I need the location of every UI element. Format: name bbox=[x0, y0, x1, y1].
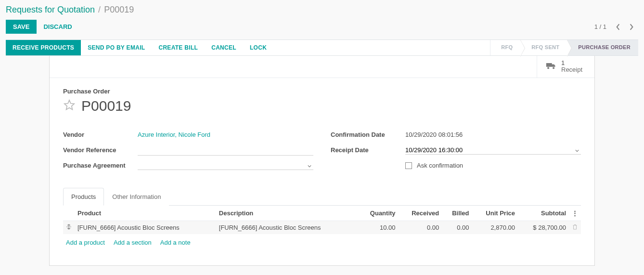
breadcrumb-current: P00019 bbox=[104, 5, 134, 15]
cell-billed[interactable]: 0.00 bbox=[442, 221, 472, 234]
add-links-row: Add a product Add a section Add a note bbox=[63, 234, 581, 251]
col-billed[interactable]: Billed bbox=[442, 206, 472, 221]
row-delete-button[interactable] bbox=[569, 221, 581, 234]
pager-next-button[interactable] bbox=[625, 20, 638, 34]
ask-confirmation-row: Ask confirmation bbox=[405, 162, 463, 169]
chevron-down-icon bbox=[575, 149, 579, 152]
over-label: Purchase Order bbox=[63, 88, 581, 95]
col-handle bbox=[63, 206, 75, 221]
ask-confirmation-checkbox[interactable] bbox=[405, 162, 412, 169]
ask-confirmation-label: Ask confirmation bbox=[417, 162, 463, 169]
col-product[interactable]: Product bbox=[75, 206, 216, 221]
col-unit-price[interactable]: Unit Price bbox=[472, 206, 518, 221]
receipt-stat-button[interactable]: 1 Receipt bbox=[537, 56, 594, 78]
add-section-link[interactable]: Add a section bbox=[114, 239, 152, 246]
table-header-row: Product Description Quantity Received Bi… bbox=[63, 206, 581, 221]
agreement-input-wrap[interactable] bbox=[138, 161, 313, 170]
cell-subtotal[interactable]: $ 28,700.00 bbox=[518, 221, 569, 234]
agreement-dropdown-caret[interactable] bbox=[306, 162, 313, 169]
receipt-date-dropdown-caret[interactable] bbox=[573, 146, 581, 154]
receive-products-button[interactable]: RECEIVE PRODUCTS bbox=[6, 40, 81, 55]
stat-button-row: 1 Receipt bbox=[50, 56, 594, 78]
breadcrumb-separator: / bbox=[98, 5, 101, 15]
pager: 1 / 1 bbox=[594, 20, 638, 34]
truck-icon bbox=[546, 62, 556, 71]
receipt-date-input-wrap[interactable] bbox=[405, 146, 581, 155]
vendor-value[interactable]: Azure Interior, Nicole Ford bbox=[138, 131, 313, 138]
save-button[interactable]: SAVE bbox=[6, 20, 37, 34]
lock-button[interactable]: LOCK bbox=[243, 40, 273, 55]
agreement-input[interactable] bbox=[138, 162, 306, 169]
stat-text: 1 Receipt bbox=[561, 60, 582, 74]
col-received[interactable]: Received bbox=[399, 206, 442, 221]
status-purchase-order[interactable]: PURCHASE ORDER bbox=[567, 40, 638, 55]
status-rfq[interactable]: RFQ bbox=[490, 40, 520, 55]
pager-prev-button[interactable] bbox=[611, 20, 625, 34]
svg-point-1 bbox=[553, 67, 554, 69]
cancel-button[interactable]: CANCEL bbox=[205, 40, 243, 55]
tab-products[interactable]: Products bbox=[63, 188, 104, 206]
col-subtotal[interactable]: Subtotal bbox=[518, 206, 569, 221]
svg-point-0 bbox=[547, 67, 549, 69]
vendor-label: Vendor bbox=[63, 131, 138, 138]
form-right-column: Confirmation Date 10/29/2020 08:01:56 Re… bbox=[331, 128, 581, 174]
chevron-left-icon bbox=[616, 24, 620, 30]
sheet-wrap: 1 Receipt Purchase Order P00019 Vendor A… bbox=[6, 56, 638, 266]
col-options[interactable]: ⋮ bbox=[569, 206, 581, 221]
sheet-body: Purchase Order P00019 Vendor Azure Inter… bbox=[50, 78, 594, 265]
add-note-link[interactable]: Add a note bbox=[160, 239, 191, 246]
vendor-ref-input[interactable] bbox=[138, 145, 313, 156]
receipt-date-label: Receipt Date bbox=[331, 146, 405, 154]
breadcrumb-parent[interactable]: Requests for Quotation bbox=[6, 5, 95, 15]
chevron-right-icon bbox=[629, 24, 634, 30]
order-lines-table: Product Description Quantity Received Bi… bbox=[63, 206, 581, 234]
trash-icon bbox=[572, 224, 578, 230]
cell-product[interactable]: [FURN_6666] Acoustic Bloc Screens bbox=[75, 221, 216, 234]
title-row: P00019 bbox=[63, 98, 581, 114]
agreement-label: Purchase Agreement bbox=[63, 162, 138, 169]
cell-unit-price[interactable]: 2,870.00 bbox=[472, 221, 518, 234]
status-rfq-sent[interactable]: RFQ SENT bbox=[520, 40, 567, 55]
status-bar: RFQ RFQ SENT PURCHASE ORDER bbox=[490, 40, 638, 55]
pager-count: 1 / 1 bbox=[594, 23, 606, 30]
receipt-label: Receipt bbox=[561, 66, 582, 73]
star-icon bbox=[63, 99, 76, 111]
cell-received[interactable]: 0.00 bbox=[399, 221, 442, 234]
confirmation-date-value: 10/29/2020 08:01:56 bbox=[405, 131, 581, 138]
row-drag-handle[interactable] bbox=[63, 221, 75, 234]
send-po-button[interactable]: SEND PO BY EMAIL bbox=[81, 40, 152, 55]
create-bill-button[interactable]: CREATE BILL bbox=[152, 40, 205, 55]
breadcrumb: Requests for Quotation / P00019 bbox=[0, 0, 644, 18]
col-quantity[interactable]: Quantity bbox=[358, 206, 399, 221]
receipt-date-input[interactable] bbox=[405, 146, 573, 154]
cell-description[interactable]: [FURN_6666] Acoustic Bloc Screens bbox=[216, 221, 358, 234]
tabs-row: Products Other Information bbox=[63, 187, 581, 206]
col-description[interactable]: Description bbox=[216, 206, 358, 221]
table-row[interactable]: [FURN_6666] Acoustic Bloc Screens [FURN_… bbox=[63, 221, 581, 234]
chevron-down-icon bbox=[308, 165, 311, 168]
action-bar: RECEIVE PRODUCTS SEND PO BY EMAIL CREATE… bbox=[6, 39, 638, 56]
add-product-link[interactable]: Add a product bbox=[66, 239, 105, 246]
form-sheet: 1 Receipt Purchase Order P00019 Vendor A… bbox=[49, 56, 595, 266]
cell-quantity[interactable]: 10.00 bbox=[358, 221, 399, 234]
receipt-count: 1 bbox=[561, 60, 582, 66]
confirmation-date-label: Confirmation Date bbox=[331, 131, 405, 138]
control-row: SAVE DISCARD 1 / 1 bbox=[0, 18, 644, 39]
favorite-star[interactable] bbox=[63, 99, 76, 113]
form-left-column: Vendor Azure Interior, Nicole Ford Vendo… bbox=[63, 128, 313, 174]
vendor-ref-label: Vendor Reference bbox=[63, 146, 138, 154]
tab-other-information[interactable]: Other Information bbox=[104, 188, 169, 206]
discard-button[interactable]: DISCARD bbox=[37, 20, 78, 33]
form-grid: Vendor Azure Interior, Nicole Ford Vendo… bbox=[63, 128, 581, 174]
page-title: P00019 bbox=[81, 98, 131, 114]
drag-icon bbox=[66, 224, 72, 230]
